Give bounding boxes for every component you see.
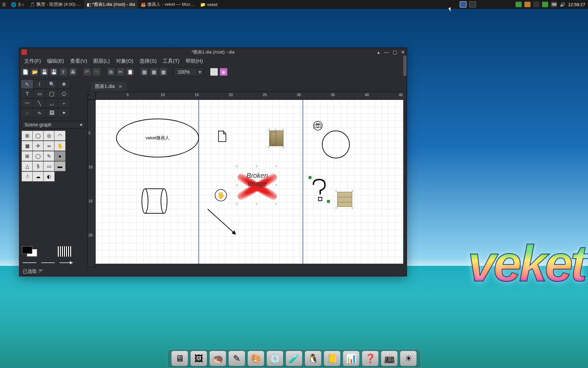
copy-button[interactable]: ⧉ [107, 68, 115, 76]
canvas-broken-image[interactable]: Broken Image [239, 171, 276, 188]
shape-plane[interactable]: ▬ [54, 161, 66, 171]
zoom-selector[interactable]: 100% ▾ [174, 67, 203, 76]
dock-notes[interactable]: ✎ [229, 351, 245, 366]
canvas-camera-icon[interactable] [312, 121, 324, 131]
text-tool[interactable]: T [21, 89, 34, 98]
canvas-ellipse[interactable]: veket微器人 [116, 119, 199, 157]
cut-button[interactable]: ✂ [117, 68, 124, 76]
dock-charts[interactable]: 📊 [343, 351, 359, 366]
taskbar-item-folder[interactable]: 📁 veket [197, 0, 220, 9]
pattern-swatch[interactable] [58, 246, 72, 257]
line-mid-style[interactable] [41, 262, 55, 263]
close-button[interactable]: ✕ [401, 50, 405, 55]
shape-knot[interactable]: ∞ [43, 141, 55, 151]
menu-tools[interactable]: 工具(T) [161, 57, 181, 65]
menu-objects[interactable]: 对象(O) [114, 57, 136, 65]
tray-disk-icon[interactable] [533, 2, 539, 7]
bezierline-tool[interactable]: ∿ [33, 108, 46, 118]
line-end-style[interactable] [60, 261, 73, 264]
dock-pet[interactable]: 🦔 [210, 351, 226, 366]
menu-layers[interactable]: 图层(L) [91, 57, 112, 65]
canvas-cylinder[interactable] [142, 188, 167, 214]
image-tool[interactable]: 🖼 [45, 108, 58, 118]
canvas-arrow[interactable] [208, 209, 236, 234]
shape-cone[interactable]: ◠ [54, 131, 66, 141]
dock-brightness[interactable]: ☀ [400, 351, 416, 366]
undo-button[interactable]: ↶ [83, 68, 91, 76]
canvas-drawer-icon[interactable] [337, 192, 352, 207]
snap-button[interactable]: ▪ [210, 68, 218, 76]
shape-transform[interactable]: ⊞ [21, 131, 33, 141]
shape-category-selector[interactable]: Scene graph ▾ [21, 121, 85, 128]
dock-contacts[interactable]: 📒 [324, 351, 340, 366]
shape-ring[interactable]: ◯ [32, 151, 44, 161]
box-tool[interactable]: ▭ [33, 89, 46, 98]
shape-rotor[interactable]: ✢ [32, 141, 44, 151]
print-button[interactable]: 🖶 [69, 68, 77, 76]
shape-triangle[interactable]: △ [21, 161, 33, 171]
title-bar[interactable]: *图表1.dia (/root) - dia ▴ — ▢ ✕ [19, 48, 407, 56]
tray-clipboard-icon[interactable] [524, 2, 530, 7]
clock[interactable]: 12:59:27 [568, 2, 585, 7]
open-button[interactable]: 📂 [31, 68, 38, 76]
shape-box3d[interactable]: ▭ [43, 161, 55, 171]
tray-volume-icon[interactable]: 🔊 [560, 2, 565, 7]
polygon-tool[interactable]: ⬠ [58, 89, 70, 98]
ellipse-tool[interactable]: ◯ [45, 89, 58, 98]
dock-desktop[interactable]: 🖼 [191, 351, 207, 366]
dock-mixer[interactable]: 🧪 [286, 351, 302, 366]
dock-terminal[interactable]: 🖥 [172, 351, 188, 366]
tray-battery-icon[interactable] [542, 2, 548, 7]
canvas-question-mark[interactable] [311, 178, 328, 201]
tab-close-icon[interactable]: ✕ [118, 84, 123, 89]
menu-select[interactable]: 选择(S) [137, 57, 159, 65]
shape-person[interactable]: ☃ [21, 171, 33, 182]
shape-torus[interactable]: ◎ [43, 131, 55, 141]
canvas-circle[interactable] [322, 131, 350, 158]
grid1-button[interactable]: ▦ [141, 68, 148, 76]
dock-penguin[interactable]: 🐧 [305, 351, 321, 366]
grid2-button[interactable]: ▦ [150, 68, 158, 76]
tray-shield-icon[interactable] [516, 2, 522, 7]
line-start-style[interactable] [23, 262, 36, 263]
taskbar-item-music[interactable]: 🎵 飘雪 - 陈慧娴 (4:00)-… [27, 0, 84, 9]
paste-button[interactable]: 📋 [126, 68, 134, 76]
shape-sphere[interactable]: ◯ [32, 131, 44, 141]
scroll-tool[interactable]: ✥ [58, 79, 70, 89]
shape-wand[interactable]: ✎ [43, 151, 55, 161]
canvas-hand-icon[interactable]: 🖐 [215, 189, 227, 201]
canvas-document-icon[interactable] [218, 131, 226, 142]
redo-button[interactable]: ↷ [93, 68, 100, 76]
dock-paint[interactable]: 🎨 [248, 351, 264, 366]
menu-help[interactable]: 帮助(H) [183, 57, 205, 65]
new-button[interactable]: 📄 [21, 68, 29, 76]
vertical-scrollbar[interactable] [403, 56, 407, 273]
line-tool[interactable]: ╲ [33, 98, 46, 108]
menu-edit[interactable]: 编辑(E) [45, 57, 66, 65]
bezier-tool[interactable]: 〰 [21, 98, 34, 108]
panel-menu-button[interactable]: ☰ [0, 0, 8, 9]
arc-tool[interactable]: ◡ [45, 98, 58, 108]
dock-scanner[interactable]: 📠 [381, 351, 397, 366]
tray-monitor-icon[interactable] [469, 1, 476, 7]
shape-blob[interactable]: ☁ [32, 171, 44, 182]
tray-keyboard-icon[interactable]: ⌨ [551, 2, 557, 7]
outline-tool[interactable]: ✦ [58, 108, 70, 118]
menu-file[interactable]: 文件(F) [22, 57, 43, 65]
drawing-canvas[interactable]: veket微器人 ××× ×× [96, 100, 407, 267]
zoom-dropdown-icon[interactable]: ▾ [197, 68, 203, 76]
document-tab[interactable]: 图表1.dia ✕ [91, 81, 127, 92]
saveas-button[interactable]: 💾 [50, 68, 58, 76]
shape-other[interactable]: ◐ [43, 171, 55, 182]
minimize-button[interactable]: — [384, 50, 389, 55]
menu-view[interactable]: 查看(V) [68, 57, 89, 65]
shape-field[interactable]: ▦ [21, 141, 33, 151]
taskbar-item-dia[interactable]: ◧ *图表1.dia (/root) - dia [84, 0, 138, 9]
taskbar-item-browser[interactable]: 🦊 微器人 - veket — Moz… [138, 0, 197, 9]
shape-hand[interactable]: ✋ [54, 141, 66, 151]
zigzag-tool[interactable]: ⌐ [58, 98, 70, 108]
vertical-ruler[interactable]: 5 10 15 20 [87, 100, 96, 267]
objsnap-button[interactable]: ▣ [220, 68, 227, 76]
tray-display-icon[interactable] [460, 1, 467, 7]
grid3-button[interactable]: ▦ [160, 68, 167, 76]
